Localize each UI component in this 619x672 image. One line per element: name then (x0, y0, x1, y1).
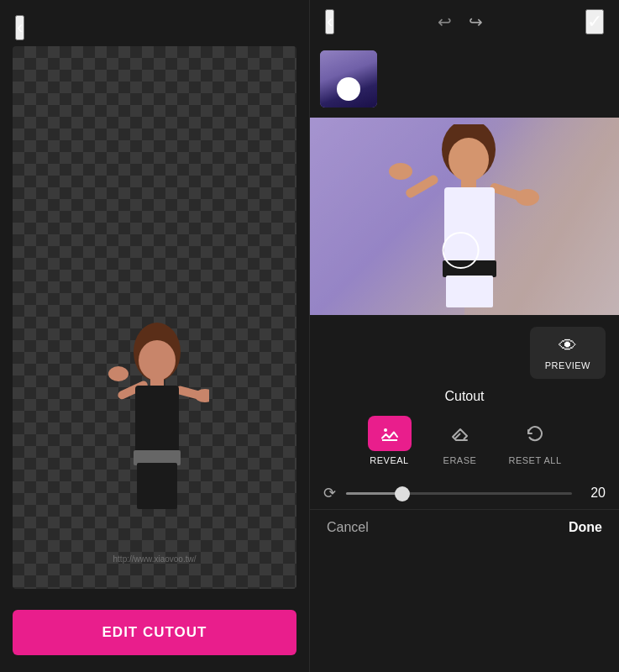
reveal-icon-wrap (368, 416, 412, 451)
svg-point-1 (139, 340, 176, 381)
slider-fill (346, 492, 402, 495)
cutout-canvas: http://www.xiaovoo.tw/ (13, 46, 296, 589)
undo-button[interactable]: ↩ (438, 12, 452, 32)
header-center-controls: ↩ ↪ (438, 12, 483, 32)
cancel-button[interactable]: Cancel (327, 520, 369, 535)
erase-label: ERASE (443, 455, 477, 465)
reset-icon-wrap (513, 416, 557, 451)
svg-rect-7 (135, 386, 179, 453)
svg-point-20 (384, 428, 387, 432)
preview-label: PREVIEW (545, 360, 590, 370)
thumbnail-item[interactable] (320, 50, 377, 108)
slider-track[interactable] (346, 492, 572, 495)
svg-point-11 (449, 138, 489, 181)
svg-rect-19 (446, 276, 493, 307)
right-header: ‹ ↩ ↪ ✓ (310, 0, 619, 44)
thumbnail-strip (310, 44, 619, 114)
cutout-label-row: Cutout (310, 384, 619, 412)
reset-all-label: RESET ALL (509, 455, 562, 465)
slider-row: ⟳ 20 (310, 477, 619, 509)
svg-rect-13 (404, 173, 439, 199)
svg-point-16 (516, 189, 539, 206)
preview-button[interactable]: 👁 PREVIEW (530, 327, 606, 379)
watermark: http://www.xiaovoo.tw/ (113, 554, 197, 564)
bottom-bar: Cancel Done (310, 509, 619, 545)
reveal-label: REVEAL (370, 455, 408, 465)
preview-area: 👁 PREVIEW (310, 318, 619, 384)
erase-icon-wrap (438, 416, 482, 451)
thumbnail-inner (320, 50, 377, 108)
person-edit-svg (380, 124, 548, 309)
svg-point-14 (389, 163, 412, 180)
eye-icon: 👁 (559, 335, 577, 357)
main-edit-image[interactable] (310, 118, 619, 315)
reveal-icon (380, 423, 400, 444)
erase-icon (450, 423, 470, 444)
left-panel: ‹ http://www.xiaovoo.tw/ (0, 0, 309, 672)
reset-all-tool-button[interactable]: RESET ALL (509, 416, 562, 465)
erase-tool-button[interactable]: ERASE (438, 416, 482, 465)
svg-rect-9 (137, 463, 177, 509)
svg-point-4 (108, 366, 129, 381)
left-back-button[interactable]: ‹ (15, 15, 24, 40)
right-back-button[interactable]: ‹ (325, 9, 334, 34)
person-edit-figure (380, 124, 548, 309)
person-cutout-figure (100, 320, 209, 538)
confirm-button[interactable]: ✓ (585, 9, 604, 34)
edit-cutout-button[interactable]: EDIT CUTOUT (13, 610, 296, 655)
reset-icon (525, 423, 545, 444)
slider-thumb[interactable] (395, 486, 410, 501)
brush-cursor (443, 232, 480, 269)
slider-value: 20 (582, 486, 606, 501)
tool-buttons-row: REVEAL ERASE (310, 412, 619, 477)
right-panel: ‹ ↩ ↪ ✓ (309, 0, 619, 672)
slider-reset-icon[interactable]: ⟳ (323, 484, 336, 502)
cutout-label: Cutout (444, 389, 484, 403)
tools-section: 👁 PREVIEW Cutout REVEAL (310, 318, 619, 672)
reveal-tool-button[interactable]: REVEAL (368, 416, 412, 465)
done-button[interactable]: Done (569, 520, 602, 535)
redo-button[interactable]: ↪ (469, 12, 483, 32)
thumb-circle (337, 77, 360, 101)
